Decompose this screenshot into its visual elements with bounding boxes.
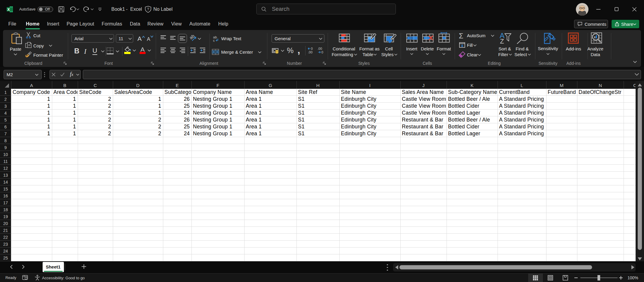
svg-text:ab: ab — [213, 35, 217, 39]
svg-text:c: c — [213, 39, 215, 42]
svg-text:X: X — [7, 8, 10, 12]
svg-text:?: ? — [147, 7, 149, 11]
svg-text:0: 0 — [311, 47, 313, 50]
svg-text:Z: Z — [500, 38, 504, 45]
svg-text:.00: .00 — [308, 50, 312, 54]
svg-text:0: 0 — [321, 50, 323, 54]
svg-text:.00: .00 — [317, 47, 322, 50]
